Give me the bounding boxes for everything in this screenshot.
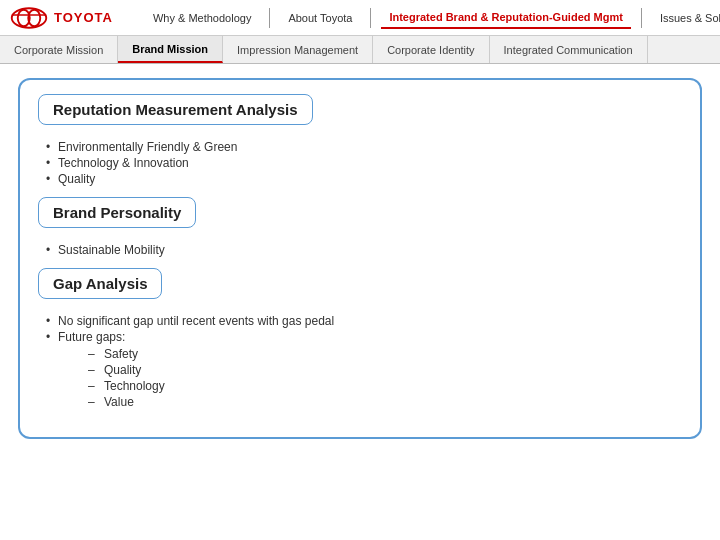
- nav-divider-4: [641, 8, 642, 28]
- tab-integrated-communication[interactable]: Integrated Communication: [490, 36, 648, 63]
- sub-navigation: Corporate Mission Brand Mission Impressi…: [0, 36, 720, 64]
- gap-analysis-section-box: Gap Analysis: [38, 268, 162, 299]
- reputation-section-box: Reputation Measurement Analysis: [38, 94, 313, 125]
- tab-impression-management[interactable]: Impression Management: [223, 36, 373, 63]
- top-navigation: TOYOTA Why & Methodology About Toyota In…: [0, 0, 720, 36]
- tab-corporate-mission[interactable]: Corporate Mission: [0, 36, 118, 63]
- brand-personality-title: Brand Personality: [53, 204, 181, 221]
- brand-name: TOYOTA: [54, 10, 113, 25]
- toyota-logo-icon: [10, 6, 48, 30]
- gap-analysis-bullet-2: Future gaps: Safety Quality Technology V…: [46, 329, 682, 413]
- nav-link-integrated[interactable]: Integrated Brand & Reputation-Guided Mgm…: [381, 7, 630, 29]
- reputation-bullet-1: Environmentally Friendly & Green: [46, 139, 682, 155]
- nav-link-why[interactable]: Why & Methodology: [145, 8, 259, 28]
- brand-personality-bullet-1: Sustainable Mobility: [46, 242, 682, 258]
- gap-analysis-title: Gap Analysis: [53, 275, 147, 292]
- reputation-bullet-2: Technology & Innovation: [46, 155, 682, 171]
- nav-links: Why & Methodology About Toyota Integrate…: [145, 7, 720, 29]
- nav-link-issues[interactable]: Issues & Solutions: [652, 8, 720, 28]
- gap-analysis-bullet-1: No significant gap until recent events w…: [46, 313, 682, 329]
- tab-brand-mission[interactable]: Brand Mission: [118, 36, 223, 63]
- gap-sub-list: Safety Quality Technology Value: [58, 344, 682, 412]
- brand-personality-section-box: Brand Personality: [38, 197, 196, 228]
- main-content: Reputation Measurement Analysis Environm…: [0, 64, 720, 453]
- tab-corporate-identity[interactable]: Corporate Identity: [373, 36, 489, 63]
- nav-divider-2: [269, 8, 270, 28]
- gap-sub-bullet-4: Value: [88, 394, 682, 410]
- logo-area: TOYOTA: [10, 6, 113, 30]
- brand-personality-bullets: Sustainable Mobility: [38, 238, 682, 262]
- gap-analysis-bullets: No significant gap until recent events w…: [38, 309, 682, 417]
- gap-sub-bullet-3: Technology: [88, 378, 682, 394]
- gap-sub-bullet-1: Safety: [88, 346, 682, 362]
- reputation-bullet-3: Quality: [46, 171, 682, 187]
- reputation-bullets: Environmentally Friendly & Green Technol…: [38, 135, 682, 191]
- gap-sub-bullet-2: Quality: [88, 362, 682, 378]
- nav-divider-3: [370, 8, 371, 28]
- reputation-title: Reputation Measurement Analysis: [53, 101, 298, 118]
- content-card: Reputation Measurement Analysis Environm…: [18, 78, 702, 439]
- nav-link-about[interactable]: About Toyota: [280, 8, 360, 28]
